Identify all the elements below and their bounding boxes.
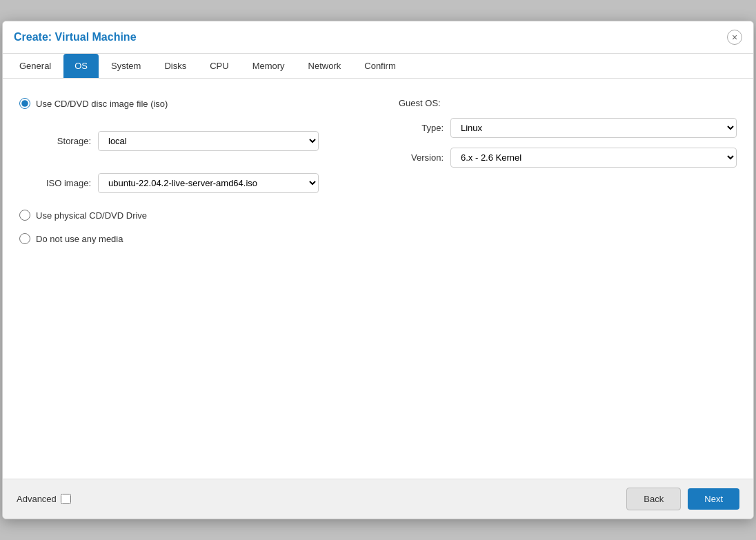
iso-image-row: ISO image: ubuntu-22.04.2-live-server-am…	[36, 173, 357, 193]
no-media-option[interactable]: Do not use any media	[19, 233, 357, 244]
storage-label: Storage:	[36, 136, 91, 146]
dialog-body: Use CD/DVD disc image file (iso) Storage…	[3, 79, 753, 479]
tab-disks[interactable]: Disks	[153, 54, 197, 78]
tab-memory[interactable]: Memory	[241, 54, 296, 78]
no-media-radio[interactable]	[19, 233, 30, 244]
no-media-label: Do not use any media	[36, 234, 123, 244]
close-button[interactable]: ×	[727, 30, 742, 45]
guest-os-title: Guest OS:	[399, 98, 737, 108]
tab-confirm[interactable]: Confirm	[353, 54, 407, 78]
create-vm-dialog: Create: Virtual Machine × General OS Sys…	[2, 21, 754, 519]
next-button[interactable]: Next	[688, 488, 739, 510]
use-iso-radio[interactable]	[19, 98, 30, 109]
tab-cpu[interactable]: CPU	[199, 54, 239, 78]
use-physical-radio[interactable]	[19, 210, 30, 221]
dialog-title: Create: Virtual Machine	[14, 31, 137, 43]
content-layout: Use CD/DVD disc image file (iso) Storage…	[19, 98, 737, 244]
tab-general[interactable]: General	[8, 54, 62, 78]
close-icon: ×	[732, 32, 737, 42]
tab-network[interactable]: Network	[297, 54, 352, 78]
use-iso-label: Use CD/DVD disc image file (iso)	[36, 99, 168, 109]
tab-system[interactable]: System	[100, 54, 152, 78]
iso-image-label: ISO image:	[36, 178, 91, 188]
dialog-header: Create: Virtual Machine ×	[3, 21, 753, 54]
type-label: Type:	[399, 123, 444, 133]
back-button[interactable]: Back	[626, 488, 681, 510]
tab-os[interactable]: OS	[63, 54, 99, 78]
tab-bar: General OS System Disks CPU Memory Netwo…	[3, 54, 753, 79]
right-panel: Guest OS: Type: Linux Windows Solaris Ot…	[399, 98, 737, 244]
media-options: Use CD/DVD disc image file (iso) Storage…	[19, 98, 357, 244]
iso-image-select[interactable]: ubuntu-22.04.2-live-server-amd64.iso	[98, 173, 319, 193]
version-row: Version: 6.x - 2.6 Kernel 5.x - 2.6 Kern…	[399, 148, 737, 168]
advanced-label: Advanced	[17, 494, 57, 504]
use-physical-option[interactable]: Use physical CD/DVD Drive	[19, 210, 357, 221]
type-select[interactable]: Linux Windows Solaris Other	[450, 118, 737, 138]
version-label: Version:	[399, 152, 444, 163]
storage-select[interactable]: local	[98, 131, 319, 151]
storage-row: Storage: local	[36, 131, 357, 151]
advanced-checkbox[interactable]	[61, 494, 71, 504]
version-select[interactable]: 6.x - 2.6 Kernel 5.x - 2.6 Kernel 4.x - …	[450, 148, 737, 168]
advanced-section: Advanced	[17, 494, 71, 504]
dialog-footer: Advanced Back Next	[3, 479, 753, 519]
use-iso-option[interactable]: Use CD/DVD disc image file (iso)	[19, 98, 357, 109]
left-panel: Use CD/DVD disc image file (iso) Storage…	[19, 98, 357, 244]
guest-os-section: Guest OS: Type: Linux Windows Solaris Ot…	[399, 98, 737, 168]
use-physical-label: Use physical CD/DVD Drive	[36, 210, 147, 221]
type-row: Type: Linux Windows Solaris Other	[399, 118, 737, 138]
